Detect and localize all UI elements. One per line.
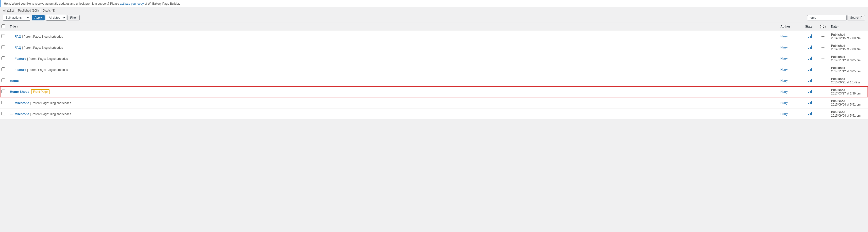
row-title-link[interactable]: Feature — [14, 68, 26, 72]
row-checkbox-cell — [0, 98, 7, 109]
row-date-cell: Published2014/11/12 at 3:05 pm — [829, 64, 868, 75]
row-status: Published — [831, 100, 845, 103]
row-date-cell: Published2017/03/27 at 2:39 pm — [829, 86, 868, 98]
row-author-cell: Harry — [778, 86, 803, 98]
row-title-link[interactable]: FAQ — [14, 46, 21, 49]
row-status: Published — [831, 111, 845, 114]
row-stats-cell — [803, 31, 817, 42]
sort-date-link[interactable]: Date ↑ — [831, 25, 839, 28]
row-author-link[interactable]: Harry — [780, 46, 788, 49]
sort-indicator: ↑ — [17, 25, 18, 28]
row-status: Published — [831, 88, 845, 92]
comment-count: — — [822, 101, 825, 105]
toolbar-right: Search P — [807, 15, 865, 21]
row-status: Published — [831, 44, 845, 47]
row-checkbox-cell — [0, 109, 7, 120]
comment-count: — — [822, 68, 825, 71]
apply-button[interactable]: Apply — [32, 15, 44, 21]
toolbar-left: Bulk actions Edit Move to Trash Apply Al… — [3, 15, 80, 21]
row-author-link[interactable]: Harry — [780, 35, 788, 38]
table-body: — FAQ | Parent Page: Blog shortcodesHarr… — [0, 31, 868, 120]
th-checkbox — [0, 23, 7, 31]
row-stats-cell — [803, 75, 817, 86]
search-input[interactable] — [807, 15, 846, 21]
row-checkbox[interactable] — [1, 56, 5, 60]
stats-icon-link[interactable] — [808, 90, 812, 94]
row-checkbox-cell — [0, 53, 7, 64]
search-button[interactable]: Search P — [847, 15, 865, 21]
row-checkbox-cell — [0, 86, 7, 98]
row-author-link[interactable]: Harry — [780, 101, 788, 105]
row-stats-cell — [803, 53, 817, 64]
row-stats-cell — [803, 42, 817, 53]
bulk-actions-select[interactable]: Bulk actions Edit Move to Trash — [3, 15, 30, 21]
stats-icon-link[interactable] — [808, 79, 812, 83]
row-date-cell: Published2014/12/15 at 7:00 am — [829, 31, 868, 42]
row-date-cell: Published2015/09/04 at 5:51 pm — [829, 109, 868, 120]
row-checkbox[interactable] — [1, 101, 5, 104]
stats-bars-icon — [808, 112, 812, 115]
th-stats: Stats — [803, 23, 817, 31]
row-date: 2017/03/27 at 2:39 pm — [831, 92, 861, 95]
stats-bars-icon — [808, 68, 812, 71]
row-checkbox[interactable] — [1, 78, 5, 82]
row-title-link[interactable]: Feature — [14, 57, 26, 61]
filter-published[interactable]: Published (108) — [18, 9, 39, 12]
row-title-link[interactable]: Milestone — [14, 112, 29, 116]
row-date: 2014/11/12 at 3:05 pm — [831, 70, 861, 73]
stats-bars-icon — [808, 56, 812, 60]
row-comments-cell: — — [817, 109, 829, 120]
filter-drafts[interactable]: Drafts (3) — [43, 9, 55, 12]
row-author-link[interactable]: Harry — [780, 57, 788, 60]
row-title-link[interactable]: Milestone — [14, 101, 29, 105]
pages-table: Title ↑ Author Stats 💬 ↑ Date ↑ — [0, 22, 868, 120]
row-author-cell: Harry — [778, 42, 803, 53]
stats-icon-link[interactable] — [808, 68, 812, 72]
row-status: Published — [831, 55, 845, 59]
row-title-cell: Home — [7, 75, 778, 86]
row-checkbox[interactable] — [1, 45, 5, 49]
row-title-cell: — Feature | Parent Page: Blog shortcodes — [7, 64, 778, 75]
row-date-cell: Published2015/09/21 at 10:49 am — [829, 75, 868, 86]
row-author-cell: Harry — [778, 64, 803, 75]
row-title-link[interactable]: FAQ — [14, 35, 21, 38]
sort-title-link[interactable]: Title ↑ — [10, 25, 18, 28]
row-date: 2014/12/15 at 7:00 am — [831, 47, 861, 51]
stats-icon-link[interactable] — [808, 57, 812, 61]
stats-icon-link[interactable] — [808, 35, 812, 39]
row-parent: | Parent Page: Blog shortcodes — [22, 35, 63, 38]
stats-icon-link[interactable] — [808, 113, 812, 116]
dates-filter-select[interactable]: All dates — [46, 15, 66, 21]
row-indent: — — [10, 112, 13, 116]
notice-suffix: of WI Bakery Page Builder. — [144, 2, 180, 5]
row-author-link[interactable]: Harry — [780, 79, 788, 82]
stats-icon-link[interactable] — [808, 46, 812, 50]
row-title-cell: — FAQ | Parent Page: Blog shortcodes — [7, 31, 778, 42]
row-comments-cell: — — [817, 75, 829, 86]
row-title-link[interactable]: Home — [10, 79, 19, 83]
stats-icon-link[interactable] — [808, 102, 812, 105]
select-all-checkbox[interactable] — [1, 24, 5, 28]
filter-all[interactable]: All (111) — [3, 9, 15, 12]
row-indent: — — [10, 57, 13, 61]
row-checkbox[interactable] — [1, 89, 5, 93]
table-header-row: Title ↑ Author Stats 💬 ↑ Date ↑ — [0, 23, 868, 31]
row-parent: | Parent Page: Blog shortcodes — [22, 46, 63, 49]
table-row: — FAQ | Parent Page: Blog shortcodesHarr… — [0, 31, 868, 42]
row-date: 2015/09/21 at 10:49 am — [831, 81, 862, 84]
table-row: — Feature | Parent Page: Blog shortcodes… — [0, 53, 868, 64]
row-checkbox[interactable] — [1, 112, 5, 115]
row-date-cell: Published2015/09/04 at 5:51 pm — [829, 98, 868, 109]
row-checkbox[interactable] — [1, 34, 5, 38]
row-author-link[interactable]: Harry — [780, 112, 788, 116]
row-checkbox[interactable] — [1, 67, 5, 71]
row-title-link[interactable]: Home Shoes — [10, 90, 29, 93]
row-comments-cell: — — [817, 31, 829, 42]
th-date: Date ↑ — [829, 23, 868, 31]
filter-button[interactable]: Filter — [67, 15, 80, 21]
row-author-cell: Harry — [778, 98, 803, 109]
row-author-link[interactable]: Harry — [780, 90, 788, 93]
row-author-link[interactable]: Harry — [780, 68, 788, 71]
notice-link[interactable]: activate your copy — [120, 2, 144, 5]
th-author: Author — [778, 23, 803, 31]
